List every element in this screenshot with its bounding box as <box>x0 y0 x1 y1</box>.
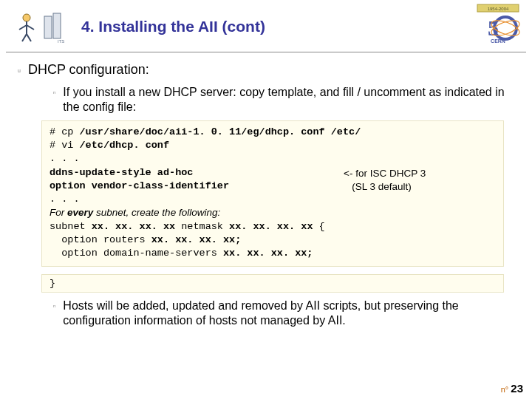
bullet-square-icon: u <box>18 68 21 73</box>
dhcp-config-heading: DHCP configuration: <box>28 62 149 78</box>
page-prefix: n° <box>501 385 509 394</box>
code-text: xx. xx. xx. xx; <box>151 234 242 245</box>
svg-point-2 <box>23 14 30 21</box>
code-text: xx. xx. xx. xx <box>92 221 175 232</box>
code-line: # cp /usr/share/doc/aii-1. 0. 11/eg/dhcp… <box>50 126 496 139</box>
its-logo: ITS <box>10 10 69 44</box>
slide-title: 4. Installing the AII (cont) <box>81 18 265 35</box>
svg-text:1954-2004: 1954-2004 <box>488 7 509 11</box>
hosts-note-text: Hosts will be added, updated and removed… <box>63 299 510 328</box>
svg-rect-1 <box>53 13 61 38</box>
code-line: . . . <box>50 152 496 166</box>
code-text: option routers <box>50 234 151 245</box>
slide-body: u DHCP configuration: n If you install a… <box>18 62 517 334</box>
code-line: option routers xx. xx. xx. xx; <box>50 233 496 247</box>
cern-50-logo: 1954-2004 5 CERN <box>473 3 522 44</box>
code-text: xx. xx. xx. xx <box>229 221 313 232</box>
code-text: option domain-name-servers <box>50 248 223 259</box>
code-text: { <box>313 221 324 232</box>
code-text: subnet, create the following: <box>93 207 220 218</box>
code-text: /usr/share/doc/aii-1. 0. 11/eg/dhcp. con… <box>80 126 361 137</box>
header: ITS 4. Installing the AII (cont) 1954-20… <box>0 0 532 52</box>
svg-text:CERN: CERN <box>491 38 505 44</box>
bullet-sub-icon: n <box>53 90 55 95</box>
code-line: . . . <box>50 193 496 206</box>
page-value: 23 <box>511 382 523 395</box>
annot-line: <- for ISC DHCP 3 <box>344 167 477 180</box>
code-text: every <box>67 207 93 218</box>
page-number: n° 23 <box>501 382 523 395</box>
annot-line: (SL 3 default) <box>344 180 477 194</box>
code-text: /etc/dhcp. conf <box>80 140 170 151</box>
code-close-brace: } <box>41 274 504 293</box>
bullet-level2: n Hosts will be added, updated and remov… <box>53 299 510 328</box>
code-text: xx. xx. xx. xx; <box>223 248 313 259</box>
code-text: # vi <box>50 140 80 151</box>
bullet-sub-icon: n <box>53 304 55 308</box>
slide: ITS 4. Installing the AII (cont) 1954-20… <box>0 0 532 399</box>
code-annotation: <- for ISC DHCP 3 (SL 3 default) <box>344 167 477 193</box>
svg-rect-0 <box>44 16 52 38</box>
code-text: # cp <box>50 126 80 137</box>
install-instruction-text: If you install a new DHCP server: copy t… <box>63 85 510 115</box>
code-text: netmask <box>175 221 229 232</box>
code-line: option domain-name-servers xx. xx. xx. x… <box>50 247 496 260</box>
header-rule <box>6 52 526 52</box>
code-line: # vi /etc/dhcp. conf <box>50 139 496 152</box>
code-comment: For every subnet, create the following: <box>50 206 496 219</box>
bullet-level2: n If you install a new DHCP server: copy… <box>53 85 510 115</box>
code-text: subnet <box>50 221 92 232</box>
code-line: subnet xx. xx. xx. xx netmask xx. xx. xx… <box>50 220 496 233</box>
code-block: # cp /usr/share/doc/aii-1. 0. 11/eg/dhcp… <box>41 120 504 267</box>
code-text: For <box>50 207 67 218</box>
bullet-level1: u DHCP configuration: <box>18 62 517 78</box>
svg-text:ITS: ITS <box>58 39 64 44</box>
